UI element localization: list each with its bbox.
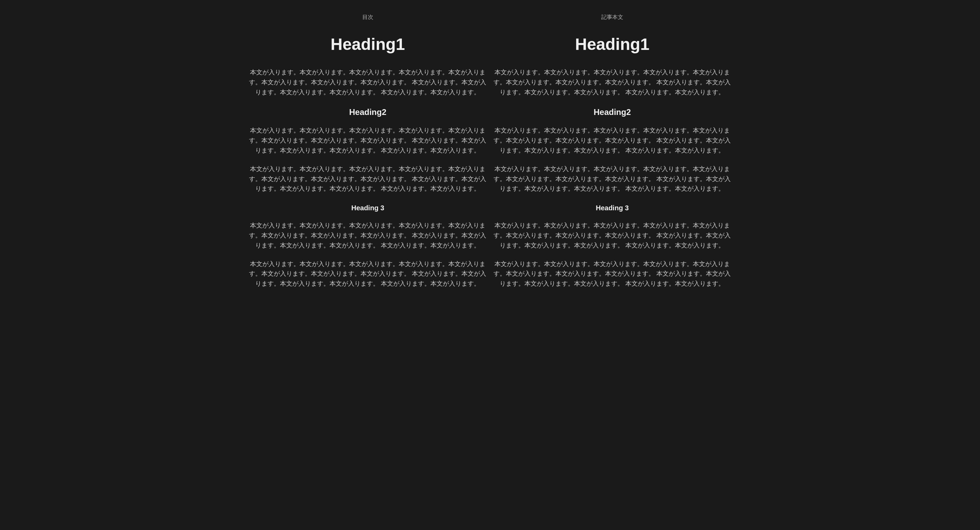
right-column-article: 記事本文 Heading1 本文が入ります。本文が入ります。本文が入ります。本文… [493, 14, 731, 297]
right-heading2: Heading2 [493, 107, 731, 117]
right-paragraph-4: 本文が入ります。本文が入ります。本文が入ります。本文が入ります。本文が入ります。… [493, 221, 731, 250]
two-column-layout: 目次 Heading1 本文が入ります。本文が入ります。本文が入ります。本文が入… [249, 14, 731, 297]
right-paragraph-3: 本文が入ります。本文が入ります。本文が入ります。本文が入ります。本文が入ります。… [493, 164, 731, 194]
left-column-toc: 目次 Heading1 本文が入ります。本文が入ります。本文が入ります。本文が入… [249, 14, 487, 297]
left-paragraph-1: 本文が入ります。本文が入ります。本文が入ります。本文が入ります。本文が入ります。… [249, 67, 487, 97]
left-heading2: Heading2 [249, 107, 487, 117]
right-heading3: Heading 3 [493, 204, 731, 212]
left-heading3: Heading 3 [249, 204, 487, 212]
right-column-label: 記事本文 [493, 14, 731, 21]
right-paragraph-2: 本文が入ります。本文が入ります。本文が入ります。本文が入ります。本文が入ります。… [493, 125, 731, 155]
right-paragraph-5: 本文が入ります。本文が入ります。本文が入ります。本文が入ります。本文が入ります。… [493, 259, 731, 289]
left-paragraph-4: 本文が入ります。本文が入ります。本文が入ります。本文が入ります。本文が入ります。… [249, 221, 487, 250]
left-column-label: 目次 [249, 14, 487, 21]
right-heading1: Heading1 [493, 35, 731, 54]
right-paragraph-1: 本文が入ります。本文が入ります。本文が入ります。本文が入ります。本文が入ります。… [493, 67, 731, 97]
left-paragraph-3: 本文が入ります。本文が入ります。本文が入ります。本文が入ります。本文が入ります。… [249, 164, 487, 194]
left-paragraph-5: 本文が入ります。本文が入ります。本文が入ります。本文が入ります。本文が入ります。… [249, 259, 487, 289]
left-paragraph-2: 本文が入ります。本文が入ります。本文が入ります。本文が入ります。本文が入ります。… [249, 125, 487, 155]
left-heading1: Heading1 [249, 35, 487, 54]
